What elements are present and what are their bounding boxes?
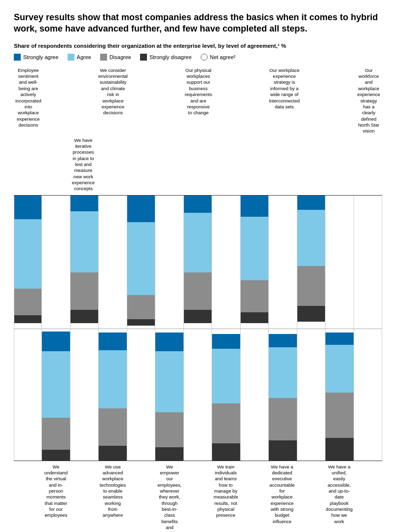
bar-segment-bot-2 [42,418,70,450]
top-column-labels: Employee sentiment and well-being are ac… [14,67,382,195]
legend-strongly-agree: Strongly agree [14,54,59,61]
bar-segment-2 [127,295,155,319]
bar-segment-bot-0 [155,332,183,351]
bottom-label-spacer-8 [240,461,268,532]
bar-segment-bot-3 [212,443,240,461]
net-agree-swatch [201,54,208,61]
bar-segment-bot-1 [155,351,183,412]
bottom-label-4: We have a dedicated executive accountabl… [268,461,296,532]
chart-col-10 [297,196,325,461]
chart-columns [14,195,382,461]
legend-agree: Agree [68,54,91,61]
chart-area: Employee sentiment and well-being are ac… [14,67,382,532]
legend-strongly-disagree: Strongly disagree [140,54,192,61]
chart-col-11 [325,196,354,461]
top-label-4: Our workplace experience strategy is inf… [267,67,301,137]
top-label-spacer-3 [214,67,268,137]
top-label-spacer-1 [43,67,97,137]
top-label-spacer-4 [301,67,356,137]
bar-segment-bot-2 [269,398,296,440]
top-label-2: We consider environmental sustainability… [97,67,129,137]
bottom-label-spacer-4 [127,461,155,532]
chart-col-6 [184,196,212,461]
bar-segment-0 [297,196,325,210]
bar-stack-bottom-2 [155,332,183,460]
legend-net-agree: Net agree² [201,54,236,61]
disagree-swatch [100,54,107,61]
chart-col-2 [71,196,99,461]
bar-segment-3 [297,306,325,322]
bar-segment-bot-2 [325,393,353,438]
bar-segment-0 [184,196,212,213]
top-label-1: Employee sentiment and well-being are ac… [14,67,43,137]
bottom-label-2: We empower our employees, wherever they … [155,461,183,532]
bar-segment-3 [14,315,41,323]
bar-segment-1 [14,219,41,288]
bar-segment-3 [241,312,268,323]
agree-swatch [68,54,74,61]
legend-strongly-agree-label: Strongly agree [23,54,59,60]
chart-col-0 [14,196,42,461]
bar-segment-1 [71,211,98,272]
legend: Strongly agree Agree Disagree Strongly d… [14,54,382,61]
bar-segment-bot-1 [99,350,126,409]
bottom-label-0: We understand the virtual and in-person … [42,461,70,532]
chart-col-3 [99,196,127,461]
bottom-label-1: We use advanced workplace technologies t… [98,461,127,532]
bottom-label-3: We train individuals and teams how to ma… [212,461,240,532]
bottom-label-spacer-0 [14,461,42,532]
bottom-label-spacer-6 [183,461,212,532]
bar-segment-0 [241,196,268,217]
bar-segment-3 [184,310,212,323]
bar-segment-bot-3 [99,446,126,461]
bar-segment-2 [297,266,325,306]
bar-stack-bottom-4 [269,334,296,460]
bar-segment-bot-1 [212,349,240,403]
bar-segment-bot-2 [212,403,240,443]
bar-segment-1 [297,210,325,266]
chart-col-4 [127,196,155,461]
bar-stack-bottom-1 [99,332,126,460]
bar-segment-bot-0 [212,334,240,349]
top-label-5: Our workforce and workplace experience s… [355,67,382,137]
chart-col-8 [241,196,269,461]
subtitle: Share of respondents considering their o… [14,43,382,49]
legend-disagree-label: Disagree [109,54,131,60]
strongly-agree-swatch [14,54,21,61]
bar-stack-top-0 [14,196,41,323]
bottom-label-5: We have a unified, easily accessible, an… [324,461,354,532]
main-title: Survey results show that most companies … [14,12,382,35]
bar-stack-top-4 [241,196,268,323]
bar-segment-bot-0 [325,332,353,344]
bar-segment-bot-1 [325,345,353,393]
bar-segment-0 [127,196,155,222]
bar-segment-bot-2 [99,408,126,446]
legend-agree-label: Agree [77,54,91,60]
chart-col-5 [155,196,183,461]
bar-segment-1 [127,222,155,296]
bar-stack-bottom-3 [212,334,240,460]
bar-stack-top-1 [71,196,98,323]
bar-stack-bottom-5 [325,332,353,460]
bar-segment-2 [241,280,268,312]
top-label-spacer-2 [129,67,183,137]
legend-disagree: Disagree [100,54,131,61]
bar-segment-bot-3 [269,440,296,461]
bar-stack-top-5 [297,196,325,322]
chart-col-9 [269,196,297,461]
bar-stack-top-3 [184,196,212,323]
bar-segment-0 [71,196,98,211]
bar-segment-bot-1 [42,351,70,418]
bar-segment-bot-3 [155,447,183,461]
bar-segment-bot-2 [155,412,183,447]
bar-segment-bot-1 [269,347,296,398]
top-label-3: Our physical workplaces support our busi… [183,67,213,137]
bar-segment-bot-3 [325,438,353,461]
bar-stack-top-2 [127,196,155,326]
strongly-disagree-swatch [140,54,147,61]
bar-segment-1 [241,217,268,281]
bottom-label-spacer-2 [70,461,98,532]
bar-segment-bot-0 [99,332,126,350]
bar-segment-bot-0 [269,334,296,347]
bar-segment-1 [184,213,212,273]
